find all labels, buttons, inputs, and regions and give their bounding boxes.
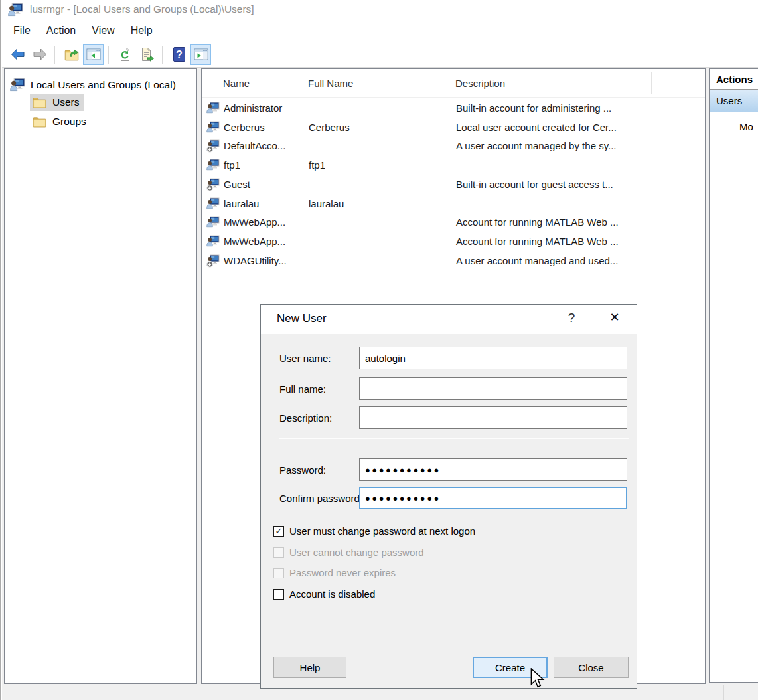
checkbox-checked-icon: ✓ xyxy=(273,526,284,537)
back-icon[interactable] xyxy=(7,44,28,65)
checkbox-user-must-change-password[interactable]: ✓ User must change password at next logo… xyxy=(273,525,475,537)
dialog-title-bar: New User ? ✕ xyxy=(261,305,637,334)
statusbar-divider xyxy=(723,685,724,700)
tree-item-label: Groups xyxy=(52,116,86,128)
tree-item-users[interactable]: Users xyxy=(30,94,84,111)
checkbox-unchecked-icon xyxy=(273,589,284,600)
menu-action[interactable]: Action xyxy=(46,25,76,37)
checkbox-label: Password never expires xyxy=(289,567,396,578)
table-row-guest[interactable]: Guest Built-in account for guest access … xyxy=(202,176,704,195)
menu-help[interactable]: Help xyxy=(131,25,153,37)
cell-name: DefaultAcco... xyxy=(224,140,285,151)
close-button[interactable]: Close xyxy=(554,657,629,678)
confirm-password-field[interactable]: ●●●●●●●●●●● xyxy=(359,487,627,509)
cell-description: A user account managed and used... xyxy=(456,255,618,266)
folder-icon xyxy=(33,116,46,128)
cell-name: Guest xyxy=(224,179,250,190)
tree-item-groups[interactable]: Groups xyxy=(30,113,91,130)
cell-description: Built-in account for administering ... xyxy=(456,102,611,114)
actions-pane: Actions Users Mo xyxy=(709,68,758,683)
dialog-separator xyxy=(279,438,629,439)
show-console-tree-icon[interactable] xyxy=(83,44,104,65)
cell-description: Built-in account for guest access t... xyxy=(456,179,613,190)
user-name-label: User name: xyxy=(279,353,331,364)
refresh-icon[interactable] xyxy=(115,44,135,65)
table-row-wdagutility[interactable]: WDAGUtility... A user account managed an… xyxy=(202,252,704,271)
table-row-defaultaccount[interactable]: DefaultAcco... A user account managed by… xyxy=(202,137,704,156)
user-icon xyxy=(206,121,220,134)
checkbox-user-cannot-change-password: User cannot change password xyxy=(273,547,424,558)
table-row-mwwebapp-1[interactable]: MwWebApp... Account for running MATLAB W… xyxy=(202,214,704,232)
user-disabled-icon xyxy=(206,178,220,191)
menu-file[interactable]: File xyxy=(13,25,31,37)
menu-view[interactable]: View xyxy=(92,25,114,37)
checkbox-label: User must change password at next logon xyxy=(289,525,475,537)
column-separator[interactable] xyxy=(451,72,451,94)
menu-bar: File Action View Help xyxy=(2,20,758,41)
dialog-help-icon[interactable]: ? xyxy=(562,311,581,325)
cell-full-name: lauralau xyxy=(309,198,344,209)
help-button[interactable]: Help xyxy=(273,657,346,678)
actions-header: Actions xyxy=(710,69,758,90)
tree-root-local-users-and-groups[interactable]: Local Users and Groups (Local) xyxy=(9,78,196,92)
export-list-icon[interactable] xyxy=(137,44,157,65)
confirm-password-label: Confirm password: xyxy=(279,493,362,504)
user-disabled-icon xyxy=(206,254,220,268)
user-icon xyxy=(206,235,220,248)
window-left-border xyxy=(0,0,1,700)
cell-description: Account for running MATLAB Web ... xyxy=(456,236,619,247)
title-bar: lusrmgr - [Local Users and Groups (Local… xyxy=(2,0,758,19)
cell-description: Account for running MATLAB Web ... xyxy=(456,217,619,228)
password-field[interactable]: ●●●●●●●●●●● xyxy=(359,458,627,481)
cell-description: Local user account created for Cer... xyxy=(456,122,617,133)
toolbar-separator xyxy=(108,46,109,64)
computer-users-icon xyxy=(9,78,26,92)
mouse-cursor xyxy=(529,668,546,692)
cell-name: lauralau xyxy=(224,198,259,209)
actions-item-users[interactable]: Users xyxy=(710,90,758,112)
table-row-administrator[interactable]: Administrator Built-in account for admin… xyxy=(202,100,704,118)
description-label: Description: xyxy=(279,412,332,424)
table-row-ftp1[interactable]: ftp1 ftp1 xyxy=(202,157,704,175)
full-name-field[interactable] xyxy=(359,377,627,400)
cell-full-name: Cerberus xyxy=(309,122,350,133)
column-header-full-name[interactable]: Full Name xyxy=(308,78,353,89)
tree-root-label: Local Users and Groups (Local) xyxy=(31,79,176,91)
checkbox-label: User cannot change password xyxy=(289,547,424,558)
user-icon xyxy=(206,102,220,115)
close-icon[interactable]: ✕ xyxy=(603,310,626,325)
column-separator[interactable] xyxy=(651,72,652,94)
user-disabled-icon xyxy=(206,139,220,153)
checkbox-label: Account is disabled xyxy=(289,588,375,600)
window-title: lusrmgr - [Local Users and Groups (Local… xyxy=(30,3,254,15)
folder-icon xyxy=(33,97,46,108)
table-row-lauralau[interactable]: lauralau lauralau xyxy=(202,195,704,214)
toolbar: ? xyxy=(2,42,758,68)
description-field[interactable] xyxy=(359,406,627,429)
user-icon xyxy=(206,197,220,211)
up-one-level-icon[interactable] xyxy=(61,44,82,65)
forward-icon[interactable] xyxy=(29,44,50,65)
tree-item-label: Users xyxy=(52,96,79,108)
show-action-pane-icon[interactable] xyxy=(190,44,211,65)
actions-more-actions[interactable]: Mo xyxy=(710,121,758,132)
user-name-field[interactable]: autologin xyxy=(359,347,627,369)
column-header-description[interactable]: Description xyxy=(455,78,505,89)
column-separator[interactable] xyxy=(303,72,303,94)
cell-name: WDAGUtility... xyxy=(224,255,287,266)
column-header-name[interactable]: Name xyxy=(223,78,250,89)
console-tree-pane: Local Users and Groups (Local) Users Gro… xyxy=(4,68,197,684)
user-icon xyxy=(206,216,220,229)
password-label: Password: xyxy=(279,464,326,476)
checkbox-account-is-disabled[interactable]: Account is disabled xyxy=(273,588,375,600)
table-row-mwwebapp-2[interactable]: MwWebApp... Account for running MATLAB W… xyxy=(202,233,704,252)
confirm-password-masked-value: ●●●●●●●●●●● xyxy=(365,493,441,503)
app-icon xyxy=(7,3,24,17)
checkbox-unchecked-icon xyxy=(273,547,284,558)
lusrmgr-window: lusrmgr - [Local Users and Groups (Local… xyxy=(0,0,758,700)
toolbar-separator xyxy=(162,46,163,64)
password-masked-value: ●●●●●●●●●●● xyxy=(365,465,441,475)
table-row-cerberus[interactable]: Cerberus Cerberus Local user account cre… xyxy=(202,119,704,137)
help-icon[interactable]: ? xyxy=(169,44,189,65)
list-header: Name Full Name Description xyxy=(202,69,705,98)
